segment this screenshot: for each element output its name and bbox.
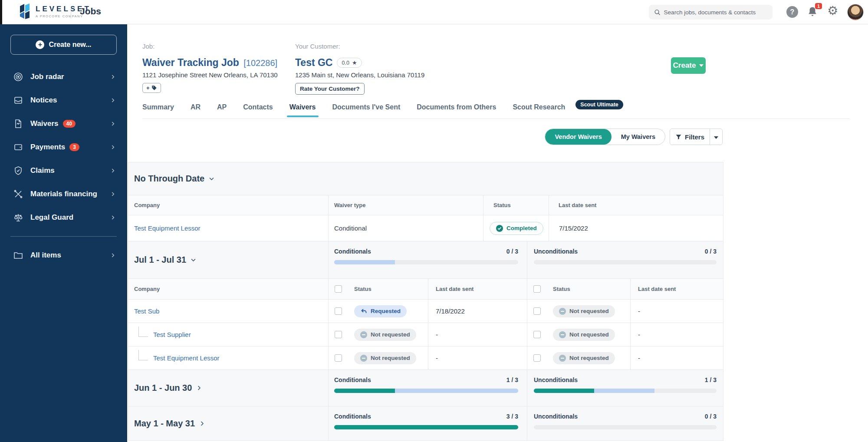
waivers-panel: No Through Date Company Waiver type Stat…	[128, 162, 723, 441]
main-content: Job: Waiver Tracking Job [102286] 1121 J…	[127, 24, 868, 442]
status-badge-not-requested: Not requested	[553, 352, 615, 364]
status-badge-not-requested: Not requested	[354, 329, 416, 341]
progress-bar	[534, 389, 717, 393]
select-all-unconditionals-checkbox[interactable]	[533, 285, 541, 293]
sidebar-item-legal-guard[interactable]: Legal Guard	[0, 206, 127, 229]
last-date-sent-value: -	[638, 307, 640, 315]
my-waivers-toggle[interactable]: My Waivers	[612, 129, 665, 145]
select-all-conditionals-checkbox[interactable]	[335, 285, 342, 293]
status-badge-not-requested: Not requested	[553, 305, 615, 317]
sidebar-item-label: Payments	[30, 143, 65, 152]
customer-rating-pill[interactable]: 0.0 ★	[337, 58, 362, 68]
minus-circle-icon	[559, 308, 566, 315]
company-link[interactable]: Test Supplier	[153, 331, 191, 338]
conditionals-progress: Conditionals 0 / 3	[328, 241, 527, 278]
row-conditional-checkbox[interactable]	[335, 307, 342, 315]
conditionals-progress: Conditionals 3 / 3	[328, 406, 527, 440]
status-label: Not requested	[569, 331, 609, 338]
tab-ap[interactable]: AP	[217, 103, 227, 117]
last-date-sent-value: -	[436, 331, 438, 338]
topbar-divider	[71, 6, 71, 18]
filters-dropdown-caret[interactable]	[710, 133, 722, 141]
company-link[interactable]: Test Equipment Lessor	[153, 354, 220, 362]
settings-gear-icon[interactable]: ⚙	[827, 3, 838, 18]
chevron-right-icon	[110, 191, 116, 197]
create-button-label: Create	[673, 61, 696, 70]
company-link[interactable]: Test Equipment Lessor	[134, 224, 201, 232]
status-label: Not requested	[569, 308, 609, 314]
help-icon[interactable]: ?	[786, 6, 798, 18]
table-row: Test Sub Requested 7/18/2022 Not request…	[128, 300, 723, 323]
search-input[interactable]	[664, 9, 767, 16]
tab-documents-ive-sent[interactable]: Documents I've Sent	[332, 103, 401, 117]
sidebar-item-label: Notices	[30, 96, 57, 105]
scout-ultimate-badge[interactable]: Scout Ultimate	[575, 100, 623, 109]
levelset-logo-icon	[18, 3, 31, 19]
row-unconditional-checkbox[interactable]	[533, 307, 541, 315]
vendor-waivers-toggle[interactable]: Vendor Waivers	[545, 129, 611, 145]
tree-connector	[138, 327, 148, 337]
rate-customer-button[interactable]: Rate Your Customer?	[295, 83, 365, 95]
sidebar-item-waivers[interactable]: Waivers 40	[0, 112, 127, 135]
tab-contacts[interactable]: Contacts	[243, 103, 273, 117]
unconditionals-progress: Unconditionals 0 / 3	[527, 406, 724, 440]
sidebar-item-job-radar[interactable]: Job radar	[0, 65, 127, 89]
sidebar-item-payments[interactable]: Payments 3	[0, 135, 127, 159]
chevron-right-icon	[110, 252, 116, 258]
last-date-sent-value: 7/18/2022	[436, 307, 465, 315]
progress-value: 1 / 3	[506, 376, 518, 383]
global-search[interactable]	[649, 5, 773, 20]
filters-button[interactable]: Filters	[670, 129, 723, 145]
progress-value: 0 / 3	[506, 248, 518, 255]
check-circle-icon	[496, 225, 503, 232]
sidebar-item-label: Claims	[30, 166, 55, 175]
wallet-icon	[13, 142, 23, 152]
company-link[interactable]: Test Sub	[134, 307, 159, 315]
user-avatar[interactable]	[847, 4, 864, 20]
add-tag-button[interactable]: +	[142, 83, 161, 93]
page-title: Jobs	[80, 6, 101, 16]
chevron-down-icon	[190, 257, 197, 263]
create-button[interactable]: Create	[671, 57, 706, 74]
tab-summary[interactable]: Summary	[142, 103, 174, 117]
section-toggle-jul[interactable]: Jul 1 - Jul 31	[134, 255, 197, 265]
chevron-right-icon	[110, 74, 116, 80]
reply-arrow-icon	[360, 308, 367, 315]
payments-count-badge: 3	[69, 143, 79, 151]
row-unconditional-checkbox[interactable]	[533, 354, 541, 362]
progress-label: Unconditionals	[534, 413, 578, 420]
sidebar-item-all-items[interactable]: All items	[0, 244, 127, 267]
sidebar-item-claims[interactable]: Claims	[0, 159, 127, 182]
create-new-button[interactable]: + Create new...	[10, 35, 117, 55]
job-title-link[interactable]: Waiver Tracking Job	[142, 57, 239, 68]
sidebar-item-label: Legal Guard	[30, 213, 73, 222]
sidebar-item-notices[interactable]: Notices	[0, 89, 127, 112]
scales-icon	[13, 212, 23, 223]
shield-check-icon	[13, 165, 23, 176]
notifications-button[interactable]: 1	[806, 6, 819, 19]
tab-ar[interactable]: AR	[191, 103, 201, 117]
column-last-date-sent: Last date sent	[630, 279, 724, 299]
customer-name-link[interactable]: Test GC	[295, 57, 332, 69]
job-id: [102286]	[243, 58, 277, 68]
waivers-count-badge: 40	[63, 120, 76, 128]
caret-down-icon	[699, 64, 704, 67]
section-toggle-may[interactable]: May 1 - May 31	[134, 419, 205, 429]
row-conditional-checkbox[interactable]	[335, 354, 342, 362]
column-waiver-type: Waiver type	[328, 195, 483, 215]
progress-label: Unconditionals	[534, 376, 578, 383]
progress-label: Conditionals	[334, 248, 371, 255]
section-toggle-no-through-date[interactable]: No Through Date	[134, 174, 215, 184]
chevron-right-icon	[110, 168, 116, 174]
row-conditional-checkbox[interactable]	[335, 331, 342, 338]
section-toggle-jun[interactable]: Jun 1 - Jun 30	[134, 383, 202, 393]
row-unconditional-checkbox[interactable]	[533, 331, 541, 338]
tab-waivers[interactable]: Waivers	[289, 103, 316, 117]
tab-scout-research[interactable]: Scout Research	[513, 103, 565, 117]
customer-label: Your Customer:	[295, 43, 424, 50]
progress-value: 3 / 3	[506, 413, 518, 420]
sidebar-item-materials-financing[interactable]: Materials financing	[0, 182, 127, 206]
tab-documents-from-others[interactable]: Documents from Others	[417, 103, 496, 117]
sidebar-nav: Job radar Notices Waivers 40 Payments 3	[0, 65, 127, 267]
section-title: Jun 1 - Jun 30	[134, 383, 192, 393]
